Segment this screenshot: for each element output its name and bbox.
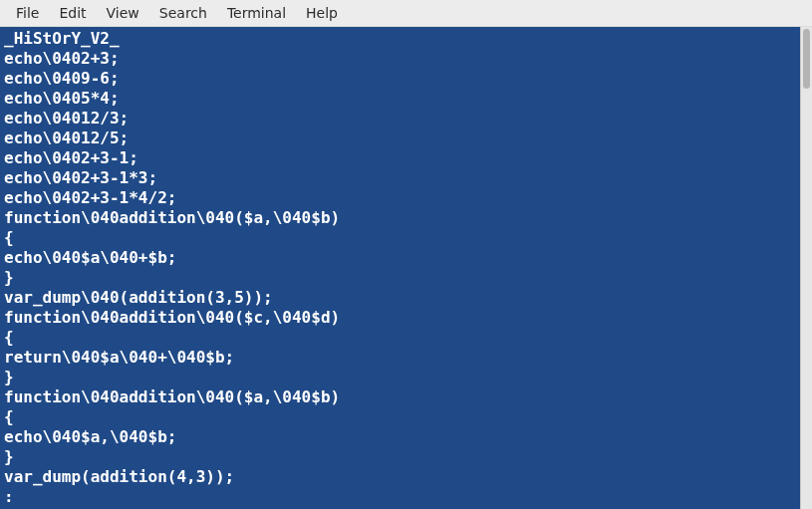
menu-search[interactable]: Search xyxy=(149,1,217,25)
menu-terminal[interactable]: Terminal xyxy=(217,1,296,25)
terminal-output[interactable]: _HiStOrY_V2_ echo\0402+3; echo\0409-6; e… xyxy=(0,27,800,509)
menu-edit[interactable]: Edit xyxy=(49,1,96,25)
terminal-container: _HiStOrY_V2_ echo\0402+3; echo\0409-6; e… xyxy=(0,27,812,509)
scrollbar-thumb[interactable] xyxy=(803,29,810,89)
menu-view[interactable]: View xyxy=(97,1,149,25)
menu-file[interactable]: File xyxy=(6,1,49,25)
menu-help[interactable]: Help xyxy=(296,1,348,25)
menubar: File Edit View Search Terminal Help xyxy=(0,0,812,27)
scrollbar[interactable] xyxy=(800,27,812,509)
